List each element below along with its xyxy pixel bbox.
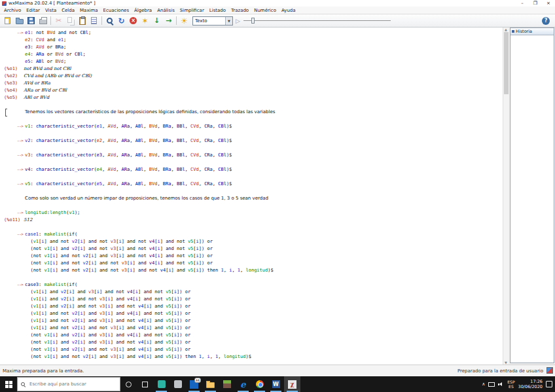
vertical-scrollbar[interactable]: ▲ ▼ xyxy=(503,27,509,365)
code-line[interactable]: e4: ARa or BVd or CBl; xyxy=(0,52,503,59)
history-pane-body[interactable] xyxy=(510,35,554,363)
volume-icon[interactable] xyxy=(498,382,504,387)
code-line[interactable]: -->v4: characteristic_vector(e4, AVd, AR… xyxy=(0,167,503,174)
taskbar-app-minecraft[interactable] xyxy=(219,376,235,392)
menu-item-vista[interactable]: Vista xyxy=(43,8,59,13)
scroll-up-icon[interactable]: ▲ xyxy=(505,27,507,31)
cortana-button[interactable] xyxy=(120,376,137,392)
code-line[interactable]: (v1[i] and not v2[i] and v3[i] and not v… xyxy=(0,318,503,325)
code-line[interactable]: -->v3: characteristic_vector(e3, AVd, AR… xyxy=(0,152,503,160)
code-line[interactable]: -->case3: makelist(if( xyxy=(0,282,503,289)
code-line[interactable]: (v1[i] and v2[i] and v3[i] and not v4[i]… xyxy=(0,289,503,296)
close-button[interactable]: × xyxy=(542,0,555,7)
menu-item-ecuaciones[interactable]: Ecuaciones xyxy=(101,8,132,13)
configure-icon[interactable]: ☀ xyxy=(179,15,190,26)
menu-item-maxima[interactable]: Maxima xyxy=(77,8,101,13)
history-pane-header[interactable]: Historia xyxy=(510,28,554,35)
code-line[interactable]: (not v1[i] and v2[i] and v3[i] and v4[i]… xyxy=(0,332,503,340)
code-line[interactable]: -->case1: makelist(if( xyxy=(0,232,503,239)
menu-item-ayuda[interactable]: Ayuda xyxy=(279,8,298,13)
code-line[interactable]: -->longitud:length(v1); xyxy=(0,210,503,217)
code-line[interactable]: (not v1[i] and not v2[i] and v3[i] and n… xyxy=(0,253,503,260)
status-right-text: Preparado para la entrada de usuario xyxy=(457,368,543,374)
code-line[interactable]: (not v1[i] and v2[i] and not v3[i] and n… xyxy=(0,246,503,253)
code-line[interactable]: -->v5: characteristic_vector(e5, AVd, AR… xyxy=(0,181,503,188)
help-icon[interactable]: ? xyxy=(542,17,550,25)
animation-slider[interactable] xyxy=(243,16,391,25)
print-icon[interactable] xyxy=(37,15,48,26)
taskbar-search-box[interactable] xyxy=(17,377,120,391)
taskbar-app-gray[interactable] xyxy=(170,376,186,392)
evaluate-next-icon[interactable]: → xyxy=(163,15,174,26)
animation-play-button[interactable]: ▷ xyxy=(236,18,240,24)
taskbar-app-mail[interactable]: 44 xyxy=(186,376,202,392)
menu-item-álgebra[interactable]: Álgebra xyxy=(132,8,154,13)
code-line[interactable]: e2: CVd and e1; xyxy=(0,37,503,45)
menu-item-listado[interactable]: Listado xyxy=(207,8,228,13)
code-line[interactable]: (not v1[i] and v2[i] and v3[i] and not v… xyxy=(0,340,503,347)
code-line[interactable]: -->v2: characteristic_vector(e2, AVd, AR… xyxy=(0,138,503,145)
cut-icon[interactable]: ✂ xyxy=(53,15,64,26)
copy-icon[interactable] xyxy=(65,15,76,26)
taskbar-app-edge[interactable]: e xyxy=(235,376,251,392)
new-document-icon[interactable] xyxy=(2,15,13,26)
display-icon[interactable] xyxy=(488,382,495,387)
start-button[interactable] xyxy=(0,376,17,392)
code-line[interactable]: (v1[i] and v2[i] and not v3[i] and v4[i]… xyxy=(0,296,503,304)
open-icon[interactable] xyxy=(14,15,25,26)
code-line[interactable]: -->e1: not BVd and not CBl; xyxy=(0,30,503,37)
select-all-icon[interactable] xyxy=(88,15,99,26)
clock[interactable]: 17:26 30/06/2020 xyxy=(518,379,543,389)
save-icon[interactable] xyxy=(26,15,37,26)
code-line[interactable]: (not v1[i] and not v2[i] and v3[i] and v… xyxy=(0,354,503,361)
task-view-button[interactable] xyxy=(137,376,153,392)
slider-handle[interactable] xyxy=(251,18,255,24)
menu-item-simplificar[interactable]: Simplificar xyxy=(177,8,207,13)
code-line[interactable]: e3: AVd or BRa; xyxy=(0,45,503,52)
code-cell: -->v2: characteristic_vector(e2, AVd, AR… xyxy=(0,138,503,145)
restart-maxima-icon[interactable]: ↻ xyxy=(116,15,127,26)
taskbar-app-teal[interactable] xyxy=(153,376,170,392)
action-center-icon[interactable] xyxy=(546,381,552,387)
document-area[interactable]: -->e1: not BVd and not CBl;e2: CVd and e… xyxy=(0,27,503,365)
text-line[interactable]: Tenemos los vectores característicos de … xyxy=(25,109,503,116)
scrollbar-thumb[interactable] xyxy=(504,32,509,94)
code-line[interactable]: (v1[i] and not v2[i] and not v3[i] and v… xyxy=(0,325,503,332)
evaluate-icon[interactable]: ✶ xyxy=(139,15,151,26)
code-line[interactable]: -->v1: characteristic_vector(e1, AVd, AR… xyxy=(0,124,503,131)
input-prompt: --> xyxy=(17,181,25,186)
code-line[interactable]: (v1[i] and v2[i] and not v3[i] and not v… xyxy=(0,304,503,311)
menu-item-archivo[interactable]: Archivo xyxy=(1,8,24,13)
evaluate-queue-icon[interactable]: ↓ xyxy=(151,15,162,26)
output-text: CVd and (ABb or BVd or CBl) xyxy=(24,73,92,79)
toolbar-separator xyxy=(50,16,51,25)
code-cell: -->v4: characteristic_vector(e4, AVd, AR… xyxy=(0,167,503,174)
toolbar-separator xyxy=(176,16,177,25)
menu-item-editar[interactable]: Editar xyxy=(24,8,43,13)
cell-style-dropdown[interactable]: Texto ▼ xyxy=(192,16,233,26)
code-line[interactable]: (not v1[i] and not v2[i] and not v3[i] a… xyxy=(0,260,503,268)
minimize-button[interactable]: – xyxy=(516,0,529,7)
code-line[interactable]: (not v1[i] and not v2[i] and not v3[i] a… xyxy=(0,268,503,275)
interrupt-icon[interactable]: × xyxy=(128,15,139,26)
paste-icon[interactable] xyxy=(77,15,88,26)
taskbar-app-chrome[interactable] xyxy=(251,376,268,392)
menu-item-celda[interactable]: Celda xyxy=(59,8,77,13)
menu-item-análisis[interactable]: Análisis xyxy=(154,8,177,13)
maximize-button[interactable]: ❐ xyxy=(529,0,542,7)
code-line[interactable]: e5: ABl or BVd; xyxy=(0,59,503,66)
search-input[interactable] xyxy=(28,381,117,387)
code-line[interactable]: (v1[i] and not v2[i] and v3[i] and v4[i]… xyxy=(0,311,503,318)
menu-item-trazado[interactable]: Trazado xyxy=(228,8,251,13)
taskbar-app-wxmaxima[interactable]: χ xyxy=(284,376,300,392)
text-line[interactable]: Como solo son verdad un número impar de … xyxy=(25,196,503,203)
code-line[interactable]: (v1[i] and not v2[i] and not v3[i] and n… xyxy=(0,239,503,246)
find-icon[interactable] xyxy=(104,15,115,26)
chevron-down-icon[interactable]: ▼ xyxy=(225,17,232,25)
language-indicator[interactable]: ESPES xyxy=(507,380,514,389)
code-line[interactable]: (not v1[i] and v2[i] and not v3[i] and v… xyxy=(0,347,503,354)
taskbar-app-explorer[interactable] xyxy=(202,376,219,392)
taskbar-app-word[interactable]: W xyxy=(268,376,284,392)
tray-chevron-up-icon[interactable]: ∧ xyxy=(482,382,485,387)
menu-item-numérico[interactable]: Numérico xyxy=(251,8,279,13)
